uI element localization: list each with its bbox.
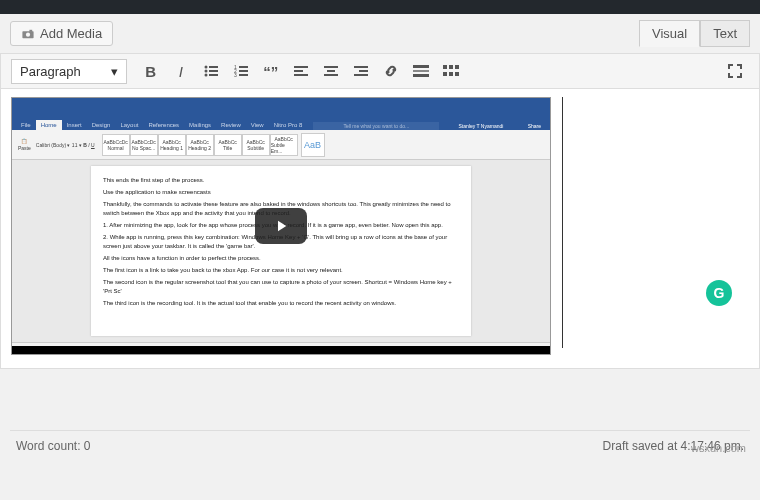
svg-rect-19	[327, 70, 335, 72]
tab-text[interactable]: Text	[700, 20, 750, 47]
kitchen-sink-icon	[443, 64, 459, 78]
link-icon	[383, 63, 399, 79]
word-tell-me: Tell me what you want to do...	[313, 122, 439, 130]
blockquote-button[interactable]: “”	[257, 57, 285, 85]
bold-button[interactable]: B	[137, 57, 165, 85]
svg-rect-6	[209, 70, 218, 72]
svg-rect-29	[455, 65, 459, 69]
svg-rect-22	[359, 70, 368, 72]
svg-rect-21	[354, 66, 368, 68]
tinymce-toolbar: Paragraph ▾ B I 123 “”	[0, 53, 760, 89]
video-controls[interactable]	[12, 346, 550, 354]
svg-rect-31	[449, 72, 453, 76]
svg-rect-23	[354, 74, 368, 76]
fullscreen-button[interactable]	[721, 57, 749, 85]
add-media-button[interactable]: Add Media	[10, 21, 113, 46]
word-tab-insert: Insert	[62, 120, 87, 130]
svg-rect-18	[324, 66, 338, 68]
text-cursor	[562, 97, 563, 348]
word-share: Share	[523, 122, 546, 130]
format-select[interactable]: Paragraph ▾	[11, 59, 127, 84]
svg-rect-26	[413, 74, 429, 77]
video-embed[interactable]: File Home Insert Design Layout Reference…	[11, 97, 551, 355]
word-document-page: This ends the first step of the process.…	[91, 166, 471, 336]
styles-aab: AaB	[301, 133, 325, 157]
svg-rect-25	[413, 70, 429, 72]
align-right-icon	[354, 64, 368, 78]
word-tab-file: File	[16, 120, 36, 130]
word-tab-view: View	[246, 120, 269, 130]
number-list-button[interactable]: 123	[227, 57, 255, 85]
svg-rect-27	[443, 65, 447, 69]
svg-rect-14	[239, 74, 248, 76]
toolbar-toggle-button[interactable]	[437, 57, 465, 85]
more-icon	[413, 64, 429, 78]
word-tab-review: Review	[216, 120, 246, 130]
word-tabs-ribbon: File Home Insert Design Layout Reference…	[12, 98, 550, 130]
editor-status-bar: Word count: 0 Draft saved at 4:17:46 pm.	[10, 430, 750, 460]
media-row: Add Media Visual Text	[0, 14, 760, 53]
admin-bar	[0, 0, 760, 14]
svg-text:3: 3	[234, 72, 237, 78]
svg-rect-30	[443, 72, 447, 76]
svg-point-1	[26, 32, 30, 36]
align-left-button[interactable]	[287, 57, 315, 85]
word-count: Word count: 0	[16, 439, 90, 453]
svg-point-3	[204, 66, 207, 69]
svg-point-5	[204, 70, 207, 73]
add-media-label: Add Media	[40, 26, 102, 41]
svg-rect-4	[209, 66, 218, 68]
word-tab-nitro: Nitro Pro 8	[269, 120, 308, 130]
play-button[interactable]	[255, 208, 307, 244]
read-more-button[interactable]	[407, 57, 435, 85]
word-tab-home: Home	[36, 120, 62, 130]
align-center-button[interactable]	[317, 57, 345, 85]
grammarly-badge[interactable]: G	[706, 280, 732, 306]
svg-rect-20	[324, 74, 338, 76]
editor-content[interactable]: File Home Insert Design Layout Reference…	[0, 89, 760, 369]
align-left-icon	[294, 64, 308, 78]
word-tab-layout: Layout	[115, 120, 143, 130]
align-right-button[interactable]	[347, 57, 375, 85]
play-icon	[272, 217, 290, 235]
watermark: wsxdn.com	[691, 442, 746, 454]
svg-point-7	[204, 74, 207, 77]
svg-rect-24	[413, 65, 429, 68]
word-user: Stanley T Nyamandi	[454, 122, 509, 130]
camera-icon	[21, 27, 35, 41]
svg-rect-2	[29, 29, 32, 31]
editor-tabs: Visual Text	[639, 20, 750, 47]
tab-visual[interactable]: Visual	[639, 20, 700, 47]
word-ribbon-groups: 📋Paste Calibri (Body) ▾ 11 ▾ B I U AaBbC…	[12, 130, 550, 160]
ol-icon: 123	[233, 63, 249, 79]
chevron-down-icon: ▾	[111, 64, 118, 79]
fullscreen-icon	[728, 64, 742, 78]
svg-rect-32	[455, 72, 459, 76]
svg-rect-15	[294, 66, 308, 68]
align-center-icon	[324, 64, 338, 78]
word-tab-design: Design	[87, 120, 116, 130]
bullet-list-button[interactable]	[197, 57, 225, 85]
svg-rect-10	[239, 66, 248, 68]
svg-rect-16	[294, 70, 303, 72]
link-button[interactable]	[377, 57, 405, 85]
word-tab-references: References	[143, 120, 184, 130]
italic-button[interactable]: I	[167, 57, 195, 85]
svg-rect-28	[449, 65, 453, 69]
ul-icon	[203, 63, 219, 79]
svg-rect-8	[209, 74, 218, 76]
svg-rect-12	[239, 70, 248, 72]
svg-rect-17	[294, 74, 308, 76]
word-tab-mailings: Mailings	[184, 120, 216, 130]
styles-gallery: AaBbCcDcNormal AaBbCcDcNo Spac... AaBbCc…	[102, 134, 298, 156]
paste-icon: 📋Paste	[16, 138, 33, 151]
format-current: Paragraph	[20, 64, 81, 79]
